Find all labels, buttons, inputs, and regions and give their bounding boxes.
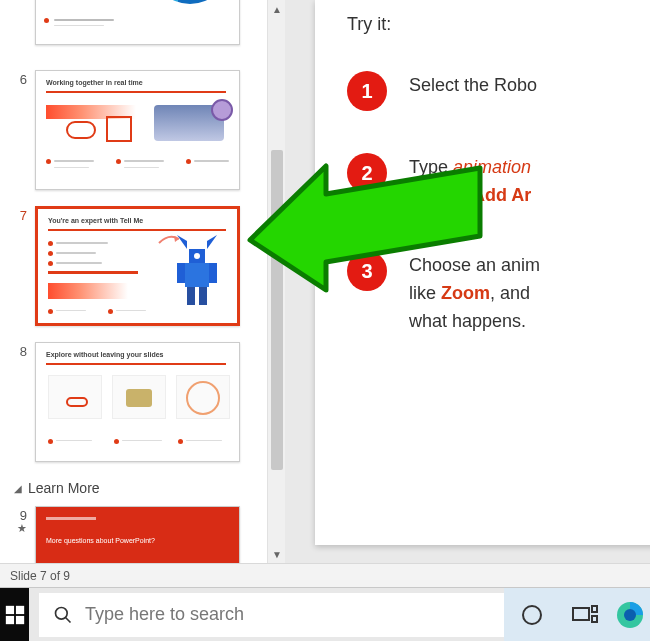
section-label: Learn More xyxy=(28,480,100,496)
svg-rect-14 xyxy=(15,615,23,623)
curved-arrow-icon xyxy=(157,233,183,247)
svg-rect-2 xyxy=(177,263,185,283)
slide-thumb-5[interactable] xyxy=(0,0,240,45)
windows-taskbar: Type here to search xyxy=(0,587,650,641)
slide-thumb-6[interactable]: 6 Working together in real time xyxy=(0,70,240,190)
step-1: 1 Select the Robo xyxy=(347,71,650,111)
search-icon xyxy=(53,605,73,625)
slide-number: 7 xyxy=(0,206,35,223)
windows-logo-icon xyxy=(4,604,26,626)
animation-star-icon: ★ xyxy=(0,523,27,533)
step-3-text: Choose an anim like Zoom, and what happe… xyxy=(409,251,540,335)
scroll-down-button[interactable]: ▼ xyxy=(268,545,286,563)
svg-rect-12 xyxy=(15,605,23,613)
svg-point-17 xyxy=(523,606,541,624)
step-2: 2 Type animation choose Add Ar xyxy=(347,153,650,209)
svg-rect-13 xyxy=(5,615,13,623)
svg-point-22 xyxy=(624,609,636,621)
svg-point-15 xyxy=(56,607,68,619)
cortana-icon xyxy=(520,603,544,627)
svg-line-16 xyxy=(66,617,71,622)
main-row: 6 Working together in real time xyxy=(0,0,650,563)
slide-number: 6 xyxy=(0,70,35,87)
edge-button[interactable] xyxy=(610,600,650,630)
cortana-button[interactable] xyxy=(504,603,560,627)
task-view-icon xyxy=(572,604,598,626)
svg-point-8 xyxy=(194,253,200,259)
slide-list[interactable]: 6 Working together in real time xyxy=(0,0,260,563)
slide-thumb-8[interactable]: 8 Explore without leaving your slides xyxy=(0,342,240,462)
svg-rect-11 xyxy=(5,605,13,613)
start-button[interactable] xyxy=(0,588,29,642)
slide-thumb-7-selected[interactable]: 7 You're an expert with Tell Me xyxy=(0,206,240,326)
status-bar: Slide 7 of 9 xyxy=(0,563,650,587)
slide-thumbnails-panel: 6 Working together in real time xyxy=(0,0,285,563)
step-badge-1: 1 xyxy=(347,71,387,111)
thumb-title: Explore without leaving your slides xyxy=(46,351,163,358)
collapse-triangle-icon: ◢ xyxy=(14,483,22,494)
search-placeholder: Type here to search xyxy=(85,604,244,625)
svg-rect-1 xyxy=(185,263,209,287)
slide-editor-area[interactable]: Try it: 1 Select the Robo 2 Type animati… xyxy=(285,0,650,563)
thumb-title: More questions about PowerPoint? xyxy=(46,537,155,544)
svg-rect-20 xyxy=(592,616,597,622)
step-1-text: Select the Robo xyxy=(409,71,537,111)
scrollbar-thumb[interactable] xyxy=(271,150,283,470)
svg-rect-19 xyxy=(592,606,597,612)
step-badge-2: 2 xyxy=(347,153,387,193)
thumb-title: You're an expert with Tell Me xyxy=(48,217,143,224)
edge-icon xyxy=(615,600,645,630)
slide-number: 9 ★ xyxy=(0,506,35,533)
svg-rect-18 xyxy=(573,608,589,620)
svg-rect-5 xyxy=(199,287,207,305)
slide-thumb-9[interactable]: 9 ★ More questions about PowerPoint? xyxy=(0,506,240,563)
status-slide-count: Slide 7 of 9 xyxy=(10,569,70,583)
taskbar-right xyxy=(504,588,650,642)
taskbar-search-box[interactable]: Type here to search xyxy=(39,593,504,637)
step-badge-3: 3 xyxy=(347,251,387,291)
scroll-up-button[interactable]: ▲ xyxy=(268,0,286,18)
thumb-title: Working together in real time xyxy=(46,79,143,86)
slide-number: 8 xyxy=(0,342,35,359)
step-3: 3 Choose an anim like Zoom, and what hap… xyxy=(347,251,650,335)
svg-marker-7 xyxy=(207,235,217,249)
svg-rect-3 xyxy=(209,263,217,283)
try-it-label: Try it: xyxy=(347,14,650,35)
section-header-learn-more[interactable]: ◢ Learn More xyxy=(14,480,100,496)
svg-rect-4 xyxy=(187,287,195,305)
slide-canvas[interactable]: Try it: 1 Select the Robo 2 Type animati… xyxy=(315,0,650,545)
app-root: 6 Working together in real time xyxy=(0,0,650,641)
task-view-button[interactable] xyxy=(560,604,610,626)
step-2-text: Type animation choose Add Ar xyxy=(409,153,531,209)
slide-panel-scrollbar[interactable]: ▲ ▼ xyxy=(267,0,285,563)
